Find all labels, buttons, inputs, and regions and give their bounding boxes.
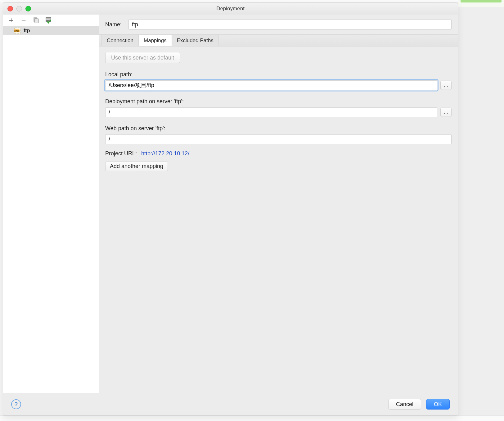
name-row: Name: [99,15,458,34]
sftp-icon: sftp [14,28,20,34]
remove-server-button[interactable]: − [20,16,27,24]
cancel-button[interactable]: Cancel [388,399,421,410]
deployment-dialog: Deployment + − [3,2,458,416]
validate-server-button[interactable] [45,16,52,24]
deployment-path-input[interactable] [105,107,437,117]
close-icon[interactable] [7,6,13,11]
window-controls [7,6,31,11]
background-bottom-strip [0,415,504,421]
svg-rect-3 [46,18,51,19]
window-title: Deployment [216,6,245,12]
help-button[interactable]: ? [11,399,21,409]
web-path-label: Web path on server 'ftp': [105,125,452,132]
server-item-ftp[interactable]: sftp ftp [3,26,99,35]
project-url-label: Project URL: [105,150,137,157]
sidebar: + − sftp ftp [3,15,99,393]
deployment-path-label: Deployment path on server 'ftp': [105,98,452,105]
server-item-label: ftp [24,28,30,33]
zoom-icon[interactable] [25,6,31,11]
background-green-accent [461,0,502,2]
main-panel: Name: Connection Mappings Excluded Paths… [99,15,458,393]
web-path-input[interactable] [105,134,452,144]
svg-rect-4 [46,19,51,20]
tab-excluded-paths[interactable]: Excluded Paths [172,34,219,46]
sidebar-toolbar: + − [3,15,99,26]
local-path-input[interactable] [105,80,437,90]
deployment-path-browse-button[interactable]: ... [440,108,452,117]
name-input[interactable] [128,19,452,30]
ok-button[interactable]: OK [426,399,450,410]
minimize-icon [16,6,22,11]
server-tree: sftp ftp [3,26,99,393]
tab-mappings[interactable]: Mappings [138,34,172,46]
project-url-link[interactable]: http://172.20.10.12/ [141,150,189,157]
mappings-panel: Use this server as default Local path: .… [99,46,458,393]
use-as-default-button[interactable]: Use this server as default [105,52,180,63]
svg-rect-1 [35,19,38,23]
add-server-button[interactable]: + [7,16,15,24]
background-right-strip [458,0,504,7]
name-label: Name: [105,21,122,28]
copy-server-button[interactable] [32,16,40,24]
local-path-label: Local path: [105,71,452,78]
titlebar: Deployment [3,3,458,15]
tabs: Connection Mappings Excluded Paths [99,34,458,46]
tab-connection[interactable]: Connection [101,34,139,46]
local-path-browse-button[interactable]: ... [440,81,452,90]
dialog-footer: ? Cancel OK [3,393,458,415]
add-mapping-button[interactable]: Add another mapping [105,161,168,171]
